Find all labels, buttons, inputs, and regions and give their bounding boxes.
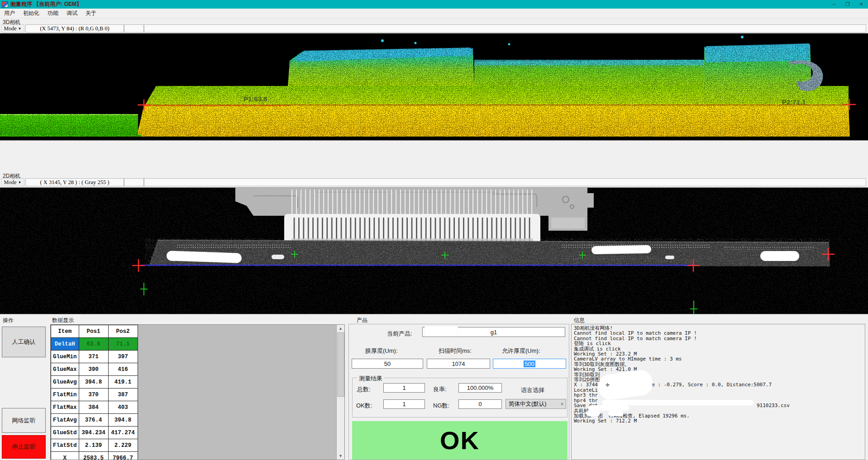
menu-bar: 用户 初始化 功能 调试 关于 (0, 9, 868, 19)
product-panel: 当前产品: g1 膜厚度(Um): 扫描时间ms: 允许厚度(Um): 50 1… (348, 324, 569, 460)
cam3d-toolbar: Mode ▼ (X 5473, Y 84) : (R 0,G 0,B 0) (0, 24, 868, 33)
table-row[interactable]: X2583.57966.7 (51, 452, 138, 460)
log-line: Cannot find local IP to match camera IP … (574, 336, 863, 341)
log-line: Working Set : 712.2 M (574, 418, 863, 423)
data-display-label: 数据显示 (52, 317, 74, 324)
network-listen-button[interactable]: 网络监听 (2, 408, 46, 433)
product-label: 产品 (357, 317, 367, 324)
redaction-blob (424, 326, 458, 336)
cam3d-pixel-readout: (X 5473, Y 84) : (R 0,G 0,B 0) (25, 24, 124, 33)
table-row[interactable]: FlatAvg376.4394.8 (51, 414, 138, 427)
allow-thickness-field[interactable]: 500 (493, 359, 566, 369)
title-bar: 测量程序 【当前用户: OEM】 ─ ❐ ✕ (0, 0, 868, 9)
log-line: 登陆 is click (574, 341, 863, 346)
measurement-table: Item Pos1 Pos2 DeltaH63.871.1 GlueMin371… (51, 325, 138, 460)
language-select[interactable]: 简体中文(默认) ˅ (506, 399, 566, 409)
table-row[interactable]: GlueMin371397 (51, 351, 138, 363)
cam2d-toolbar-box-long (144, 178, 866, 186)
stop-listen-button[interactable]: 停止监听 (2, 435, 46, 459)
app-window: 测量程序 【当前用户: OEM】 ─ ❐ ✕ 用户 初始化 功能 调试 关于 3… (0, 0, 868, 460)
minimize-button[interactable]: ─ (827, 0, 841, 9)
manual-confirm-button[interactable]: 人工确认 (2, 327, 46, 357)
ops-label: 操作 (3, 317, 14, 324)
ng-count-field[interactable]: 0 (458, 399, 502, 409)
close-button[interactable]: ✕ (854, 0, 868, 9)
result-groupbox: 测量结果 总数: 1 良率: 100.000% 语言选择 OK数: 1 NG数:… (352, 378, 568, 417)
table-row[interactable]: GlueMax390416 (51, 363, 138, 376)
menu-function[interactable]: 功能 (43, 8, 62, 19)
scan-time-field[interactable]: 1074 (427, 359, 490, 369)
table-row[interactable]: DeltaH63.871.1 (51, 338, 138, 351)
log-line: Working Set : 421.0 M (574, 367, 863, 372)
menu-about[interactable]: 关于 (81, 8, 100, 19)
restore-button[interactable]: ❐ (841, 0, 854, 9)
redaction-mark: ✛ (606, 382, 610, 387)
cam3d-image[interactable]: P1:63.8 P2:71.1 (0, 33, 868, 141)
menu-user[interactable]: 用户 (0, 8, 19, 19)
total-field[interactable]: 1 (383, 383, 425, 393)
chevron-down-icon: ˅ (561, 402, 563, 407)
result-group-title: 测量结果 (357, 375, 384, 383)
redaction-blob (608, 411, 624, 416)
p2-label: P2:71.1 (782, 98, 806, 106)
cam3d-mode-dropdown[interactable]: Mode ▼ (1, 24, 24, 33)
table-row[interactable]: GlueStd394.234417.274 (51, 427, 138, 439)
ok-count-label: OK数: (356, 402, 372, 410)
cam2d-image[interactable] (0, 187, 868, 314)
menu-debug[interactable]: 调试 (62, 8, 81, 19)
chevron-down-icon: ▼ (18, 180, 22, 185)
menu-init[interactable]: 初始化 (19, 8, 43, 19)
table-header-row: Item Pos1 Pos2 (51, 325, 138, 338)
chevron-down-icon: ▼ (18, 27, 22, 31)
info-label: 信息 (574, 317, 585, 324)
film-thickness-field[interactable]: 50 (352, 359, 423, 369)
cam2d-toolbar-box (124, 178, 144, 186)
allow-thickness-label: 允许厚度(Um): (502, 347, 540, 355)
ok-count-field[interactable]: 1 (383, 399, 425, 409)
current-product-label: 当前产品: (387, 330, 412, 338)
data-grid[interactable]: Item Pos1 Pos2 DeltaH63.871.1 GlueMin371… (50, 324, 345, 460)
yield-field[interactable]: 100.000% (458, 383, 502, 393)
film-thickness-label: 膜厚度(Um): (365, 347, 398, 355)
scroll-down-icon[interactable]: ▼ (337, 452, 344, 460)
window-title: 测量程序 【当前用户: OEM】 (10, 0, 82, 8)
language-label: 语言选择 (521, 386, 544, 394)
redaction-blob (587, 411, 600, 416)
table-row[interactable]: FlatMax384403 (51, 401, 138, 414)
scrollbar-thumb[interactable] (337, 332, 344, 397)
p1-label: P1:63.8 (243, 95, 267, 103)
total-label: 总数: (357, 385, 371, 394)
cam2d-mode-dropdown[interactable]: Mode ▼ (1, 178, 24, 186)
cam2d-toolbar: Mode ▼ ( X 3145, Y 28 ) : ( Gray 255 ) (0, 178, 868, 187)
cam2d-pixel-readout: ( X 3145, Y 28 ) : ( Gray 255 ) (25, 178, 124, 186)
redaction-blob (602, 400, 754, 405)
scan-time-label: 扫描时间ms: (439, 347, 472, 355)
table-scrollbar[interactable]: ▲ ▼ (336, 325, 344, 460)
table-row[interactable]: FlatStd2.1392.229 (51, 439, 138, 452)
yield-label: 良率: (433, 385, 447, 394)
table-row[interactable]: FlatMin370387 (51, 389, 138, 401)
ng-count-label: NG数: (433, 402, 449, 410)
table-row[interactable]: GlueAvg394.8419.1 (51, 376, 138, 389)
cam3d-toolbar-box-long (144, 24, 866, 33)
app-icon (2, 1, 8, 8)
scroll-up-icon[interactable]: ▲ (337, 325, 344, 332)
redaction-blob (588, 405, 629, 411)
status-badge: OK (352, 421, 568, 460)
cam3d-toolbar-box (124, 24, 144, 33)
